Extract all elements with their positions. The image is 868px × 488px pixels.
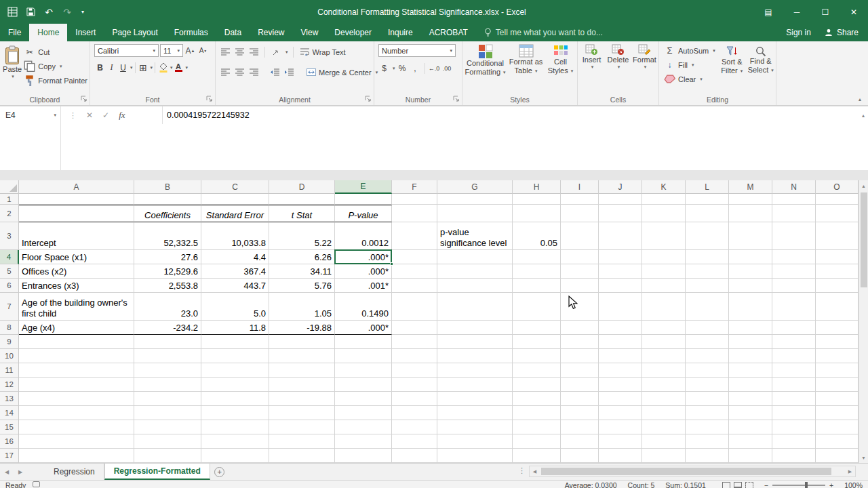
cell-N13[interactable]	[772, 392, 816, 406]
cell-H1[interactable]	[513, 194, 561, 205]
cell-O15[interactable]	[816, 420, 859, 434]
cell-C15[interactable]	[201, 420, 269, 434]
cell-E3[interactable]: 0.0012	[335, 222, 392, 250]
cell-K6[interactable]	[642, 279, 686, 293]
cell-J3[interactable]	[599, 222, 642, 250]
cell-A15[interactable]	[19, 420, 134, 434]
increase-font-size-button[interactable]: A▲	[184, 45, 196, 56]
cell-J5[interactable]	[599, 264, 642, 279]
number-format-select[interactable]: Number ▾	[378, 44, 456, 57]
cell-K14[interactable]	[642, 406, 686, 420]
cell-L8[interactable]	[686, 321, 729, 335]
row-header-13[interactable]: 13	[0, 392, 19, 406]
column-header-E[interactable]: E	[335, 180, 392, 194]
column-header-A[interactable]: A	[19, 180, 134, 194]
borders-button[interactable]: ⊞	[138, 62, 149, 73]
cell-O9[interactable]	[816, 335, 859, 349]
sheet-tab-regression-formatted[interactable]: Regression-Formatted	[104, 464, 210, 480]
cell-M3[interactable]	[729, 222, 772, 250]
font-color-button[interactable]: A	[173, 62, 184, 73]
cell-A1[interactable]	[19, 194, 134, 205]
cell-N9[interactable]	[772, 335, 816, 349]
cell-E2[interactable]: P-value	[335, 205, 392, 222]
cell-M12[interactable]	[729, 378, 772, 392]
cell-A3[interactable]: Intercept	[19, 222, 134, 250]
zoom-slider-thumb[interactable]	[805, 482, 808, 488]
cell-N11[interactable]	[772, 363, 816, 378]
bold-button[interactable]: B	[94, 62, 106, 73]
undo-button[interactable]: ↶	[43, 6, 55, 18]
column-header-O[interactable]: O	[816, 180, 859, 194]
cell-D11[interactable]	[269, 363, 335, 378]
cell-C6[interactable]: 443.7	[201, 279, 269, 293]
row-header-10[interactable]: 10	[0, 349, 19, 363]
redo-button[interactable]: ↷	[61, 6, 73, 18]
cell-L11[interactable]	[686, 363, 729, 378]
cell-K1[interactable]	[642, 194, 686, 205]
cell-A17[interactable]	[19, 449, 134, 463]
cell-L2[interactable]	[686, 205, 729, 222]
cell-C10[interactable]	[201, 349, 269, 363]
cell-F4[interactable]	[392, 250, 437, 264]
cell-I1[interactable]	[561, 194, 599, 205]
cell-O17[interactable]	[816, 449, 859, 463]
cell-A4[interactable]: Floor Space (x1)	[19, 250, 134, 264]
accounting-dropdown-icon[interactable]: ▾	[393, 66, 395, 71]
cell-M9[interactable]	[729, 335, 772, 349]
row-header-11[interactable]: 11	[0, 363, 19, 378]
cell-I10[interactable]	[561, 349, 599, 363]
copy-button[interactable]: Copy ▾	[22, 59, 90, 73]
cell-B10[interactable]	[134, 349, 201, 363]
cell-D13[interactable]	[269, 392, 335, 406]
cell-H14[interactable]	[513, 406, 561, 420]
cell-A13[interactable]	[19, 392, 134, 406]
enter-button[interactable]: ✓	[102, 110, 109, 120]
cell-F9[interactable]	[392, 335, 437, 349]
cell-F17[interactable]	[392, 449, 437, 463]
zoom-level-label[interactable]: 100%	[844, 481, 863, 488]
cell-K15[interactable]	[642, 420, 686, 434]
cell-N4[interactable]	[772, 250, 816, 264]
cell-E17[interactable]	[335, 449, 392, 463]
cell-E16[interactable]	[335, 434, 392, 449]
font-color-dropdown-icon[interactable]: ▾	[186, 65, 189, 70]
cell-J8[interactable]	[599, 321, 642, 335]
cell-E15[interactable]	[335, 420, 392, 434]
cell-K12[interactable]	[642, 378, 686, 392]
cell-L14[interactable]	[686, 406, 729, 420]
cell-K5[interactable]	[642, 264, 686, 279]
cell-A7[interactable]: Age of the building owner's first child	[19, 293, 134, 321]
decrease-font-size-button[interactable]: A▼	[197, 45, 209, 56]
scroll-down-icon[interactable]: ▼	[859, 452, 868, 463]
cell-L6[interactable]	[686, 279, 729, 293]
cell-E7[interactable]: 0.1490	[335, 293, 392, 321]
cell-D8[interactable]: -19.88	[269, 321, 335, 335]
cell-M6[interactable]	[729, 279, 772, 293]
cell-K9[interactable]	[642, 335, 686, 349]
cell-D5[interactable]: 34.11	[269, 264, 335, 279]
underline-dropdown-icon[interactable]: ▾	[130, 65, 133, 70]
cell-O4[interactable]	[816, 250, 859, 264]
cell-O6[interactable]	[816, 279, 859, 293]
cell-B5[interactable]: 12,529.6	[134, 264, 201, 279]
cell-A16[interactable]	[19, 434, 134, 449]
cell-K4[interactable]	[642, 250, 686, 264]
zoom-out-button[interactable]: −	[764, 481, 768, 488]
cell-F8[interactable]	[392, 321, 437, 335]
cell-E9[interactable]	[335, 335, 392, 349]
cell-H12[interactable]	[513, 378, 561, 392]
cell-B1[interactable]	[134, 194, 201, 205]
cell-B7[interactable]: 23.0	[134, 293, 201, 321]
row-header-16[interactable]: 16	[0, 434, 19, 449]
column-header-C[interactable]: C	[201, 180, 269, 194]
row-header-15[interactable]: 15	[0, 420, 19, 434]
cell-O7[interactable]	[816, 293, 859, 321]
row-header-4[interactable]: 4	[0, 250, 19, 264]
column-header-L[interactable]: L	[686, 180, 729, 194]
cell-F6[interactable]	[392, 279, 437, 293]
cell-N8[interactable]	[772, 321, 816, 335]
row-header-9[interactable]: 9	[0, 335, 19, 349]
cell-B2[interactable]: Coefficients	[134, 205, 201, 222]
new-sheet-button[interactable]: +	[210, 464, 229, 480]
cell-L7[interactable]	[686, 293, 729, 321]
